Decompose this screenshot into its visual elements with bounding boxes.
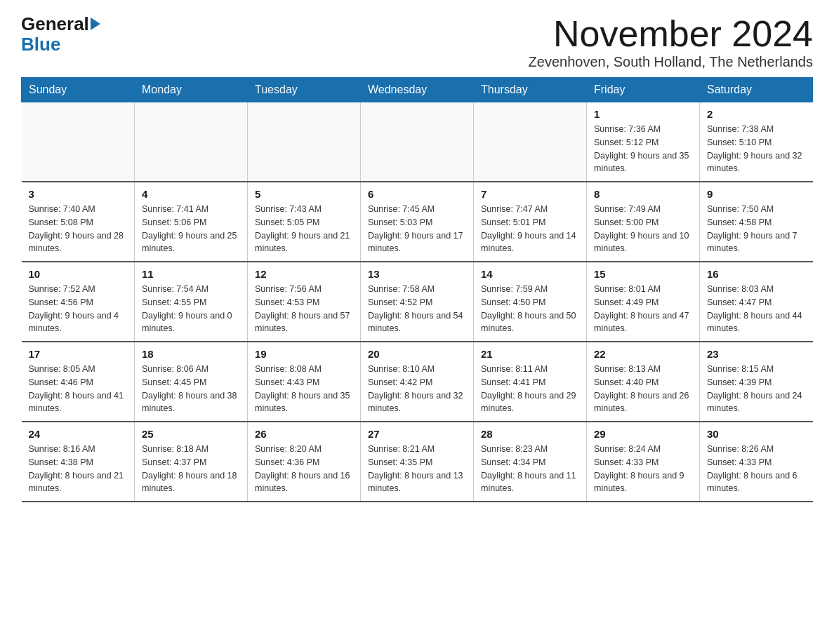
day-info: Sunrise: 8:23 AMSunset: 4:34 PMDaylight:…: [481, 443, 579, 495]
day-number: 11: [142, 268, 240, 280]
day-info: Sunrise: 7:43 AMSunset: 5:05 PMDaylight:…: [255, 203, 353, 255]
calendar-week-row: 24Sunrise: 8:16 AMSunset: 4:38 PMDayligh…: [22, 422, 813, 502]
day-header-tuesday: Tuesday: [248, 78, 361, 102]
calendar-day-cell: [248, 102, 361, 182]
day-header-wednesday: Wednesday: [361, 78, 474, 102]
day-number: 27: [368, 428, 466, 440]
day-info: Sunrise: 8:11 AMSunset: 4:41 PMDaylight:…: [481, 363, 579, 415]
day-info: Sunrise: 7:40 AMSunset: 5:08 PMDaylight:…: [29, 203, 128, 255]
day-number: 20: [368, 348, 466, 360]
calendar-day-cell: 14Sunrise: 7:59 AMSunset: 4:50 PMDayligh…: [474, 262, 587, 342]
calendar-day-cell: 3Sunrise: 7:40 AMSunset: 5:08 PMDaylight…: [22, 182, 135, 262]
calendar-day-cell: 7Sunrise: 7:47 AMSunset: 5:01 PMDaylight…: [474, 182, 587, 262]
day-info: Sunrise: 8:20 AMSunset: 4:36 PMDaylight:…: [255, 443, 353, 495]
header: General Blue November 2024 Zevenhoven, S…: [21, 14, 813, 70]
day-info: Sunrise: 8:01 AMSunset: 4:49 PMDaylight:…: [594, 283, 692, 335]
calendar-day-cell: 20Sunrise: 8:10 AMSunset: 4:42 PMDayligh…: [361, 342, 474, 422]
day-number: 21: [481, 348, 579, 360]
day-number: 30: [707, 428, 806, 440]
day-number: 1: [594, 108, 692, 120]
day-number: 16: [707, 268, 806, 280]
calendar-week-row: 17Sunrise: 8:05 AMSunset: 4:46 PMDayligh…: [22, 342, 813, 422]
day-number: 6: [368, 188, 466, 200]
day-info: Sunrise: 7:50 AMSunset: 4:58 PMDaylight:…: [707, 203, 806, 255]
calendar-day-cell: 1Sunrise: 7:36 AMSunset: 5:12 PMDaylight…: [587, 102, 700, 182]
day-number: 2: [707, 108, 806, 120]
calendar-day-cell: 22Sunrise: 8:13 AMSunset: 4:40 PMDayligh…: [587, 342, 700, 422]
title-block: November 2024 Zevenhoven, South Holland,…: [529, 14, 813, 70]
day-number: 9: [707, 188, 806, 200]
day-info: Sunrise: 7:38 AMSunset: 5:10 PMDaylight:…: [707, 123, 806, 175]
day-number: 7: [481, 188, 579, 200]
calendar-day-cell: 9Sunrise: 7:50 AMSunset: 4:58 PMDaylight…: [700, 182, 813, 262]
day-number: 12: [255, 268, 353, 280]
day-number: 17: [29, 348, 128, 360]
day-info: Sunrise: 8:03 AMSunset: 4:47 PMDaylight:…: [707, 283, 806, 335]
day-number: 26: [255, 428, 353, 440]
calendar-day-cell: 2Sunrise: 7:38 AMSunset: 5:10 PMDaylight…: [700, 102, 813, 182]
day-number: 25: [142, 428, 240, 440]
day-info: Sunrise: 7:49 AMSunset: 5:00 PMDaylight:…: [594, 203, 692, 255]
logo-blue-text: Blue: [21, 34, 60, 55]
day-number: 23: [707, 348, 806, 360]
calendar-day-cell: 8Sunrise: 7:49 AMSunset: 5:00 PMDaylight…: [587, 182, 700, 262]
day-info: Sunrise: 8:10 AMSunset: 4:42 PMDaylight:…: [368, 363, 466, 415]
logo: General Blue: [21, 14, 100, 54]
day-number: 28: [481, 428, 579, 440]
calendar-day-cell: 6Sunrise: 7:45 AMSunset: 5:03 PMDaylight…: [361, 182, 474, 262]
calendar-day-cell: 15Sunrise: 8:01 AMSunset: 4:49 PMDayligh…: [587, 262, 700, 342]
calendar-week-row: 10Sunrise: 7:52 AMSunset: 4:56 PMDayligh…: [22, 262, 813, 342]
day-number: 18: [142, 348, 240, 360]
day-info: Sunrise: 7:58 AMSunset: 4:52 PMDaylight:…: [368, 283, 466, 335]
day-info: Sunrise: 8:05 AMSunset: 4:46 PMDaylight:…: [29, 363, 128, 415]
calendar-day-cell: 13Sunrise: 7:58 AMSunset: 4:52 PMDayligh…: [361, 262, 474, 342]
month-year-title: November 2024: [529, 14, 813, 54]
day-info: Sunrise: 8:06 AMSunset: 4:45 PMDaylight:…: [142, 363, 240, 415]
day-info: Sunrise: 8:21 AMSunset: 4:35 PMDaylight:…: [368, 443, 466, 495]
day-info: Sunrise: 7:36 AMSunset: 5:12 PMDaylight:…: [594, 123, 692, 175]
day-info: Sunrise: 7:59 AMSunset: 4:50 PMDaylight:…: [481, 283, 579, 335]
calendar-day-cell: 11Sunrise: 7:54 AMSunset: 4:55 PMDayligh…: [135, 262, 248, 342]
day-info: Sunrise: 8:16 AMSunset: 4:38 PMDaylight:…: [29, 443, 128, 495]
calendar-day-cell: [135, 102, 248, 182]
calendar-day-cell: 21Sunrise: 8:11 AMSunset: 4:41 PMDayligh…: [474, 342, 587, 422]
logo-triangle-icon: [91, 18, 100, 30]
day-info: Sunrise: 8:26 AMSunset: 4:33 PMDaylight:…: [707, 443, 806, 495]
logo-general-text: General: [21, 14, 89, 34]
day-info: Sunrise: 7:56 AMSunset: 4:53 PMDaylight:…: [255, 283, 353, 335]
calendar-body: 1Sunrise: 7:36 AMSunset: 5:12 PMDaylight…: [22, 102, 813, 502]
calendar-day-cell: 25Sunrise: 8:18 AMSunset: 4:37 PMDayligh…: [135, 422, 248, 502]
calendar-day-cell: [361, 102, 474, 182]
calendar-day-cell: 10Sunrise: 7:52 AMSunset: 4:56 PMDayligh…: [22, 262, 135, 342]
day-header-saturday: Saturday: [700, 78, 813, 102]
day-header-monday: Monday: [135, 78, 248, 102]
day-info: Sunrise: 7:41 AMSunset: 5:06 PMDaylight:…: [142, 203, 240, 255]
calendar-day-cell: 30Sunrise: 8:26 AMSunset: 4:33 PMDayligh…: [700, 422, 813, 502]
calendar-day-cell: 5Sunrise: 7:43 AMSunset: 5:05 PMDaylight…: [248, 182, 361, 262]
calendar-day-cell: 24Sunrise: 8:16 AMSunset: 4:38 PMDayligh…: [22, 422, 135, 502]
day-info: Sunrise: 7:45 AMSunset: 5:03 PMDaylight:…: [368, 203, 466, 255]
day-number: 24: [29, 428, 128, 440]
calendar-day-cell: 16Sunrise: 8:03 AMSunset: 4:47 PMDayligh…: [700, 262, 813, 342]
day-number: 4: [142, 188, 240, 200]
location-subtitle: Zevenhoven, South Holland, The Netherlan…: [529, 54, 813, 70]
day-info: Sunrise: 7:47 AMSunset: 5:01 PMDaylight:…: [481, 203, 579, 255]
calendar-day-cell: 19Sunrise: 8:08 AMSunset: 4:43 PMDayligh…: [248, 342, 361, 422]
calendar-day-cell: 27Sunrise: 8:21 AMSunset: 4:35 PMDayligh…: [361, 422, 474, 502]
day-info: Sunrise: 8:08 AMSunset: 4:43 PMDaylight:…: [255, 363, 353, 415]
calendar-table: SundayMondayTuesdayWednesdayThursdayFrid…: [21, 77, 813, 502]
day-header-thursday: Thursday: [474, 78, 587, 102]
calendar-day-cell: [474, 102, 587, 182]
day-number: 22: [594, 348, 692, 360]
day-number: 15: [594, 268, 692, 280]
day-number: 10: [29, 268, 128, 280]
calendar-day-cell: 4Sunrise: 7:41 AMSunset: 5:06 PMDaylight…: [135, 182, 248, 262]
day-number: 5: [255, 188, 353, 200]
calendar-day-cell: 29Sunrise: 8:24 AMSunset: 4:33 PMDayligh…: [587, 422, 700, 502]
day-info: Sunrise: 7:54 AMSunset: 4:55 PMDaylight:…: [142, 283, 240, 335]
calendar-day-cell: 17Sunrise: 8:05 AMSunset: 4:46 PMDayligh…: [22, 342, 135, 422]
day-number: 14: [481, 268, 579, 280]
calendar-day-cell: 26Sunrise: 8:20 AMSunset: 4:36 PMDayligh…: [248, 422, 361, 502]
calendar-day-cell: 28Sunrise: 8:23 AMSunset: 4:34 PMDayligh…: [474, 422, 587, 502]
calendar-header: SundayMondayTuesdayWednesdayThursdayFrid…: [22, 78, 813, 102]
